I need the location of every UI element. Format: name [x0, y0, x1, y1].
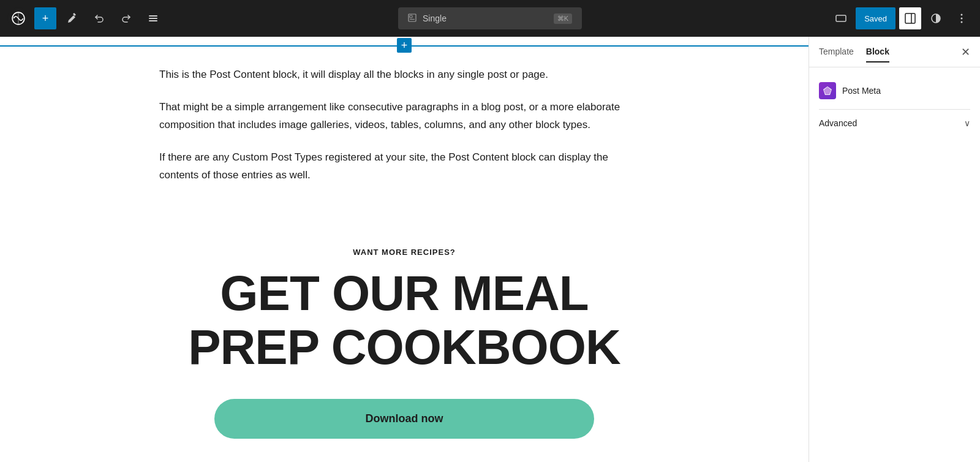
toolbar-right: Saved [830, 7, 973, 29]
sidebar-tabs: Template Block ✕ [809, 37, 980, 67]
list-view-button[interactable] [142, 7, 164, 29]
wp-logo [7, 7, 29, 29]
post-content-para3: If there are any Custom Post Types regis… [159, 149, 649, 184]
block-inserter-line: + [0, 37, 809, 54]
advanced-section: Advanced ∨ [819, 109, 970, 137]
template-icon [408, 13, 417, 24]
svg-rect-5 [410, 15, 412, 18]
post-meta-icon [819, 82, 836, 99]
right-sidebar: Template Block ✕ Post Meta Advanced ∨ [809, 37, 980, 462]
post-meta-label: Post Meta [842, 86, 881, 96]
edit-mode-button[interactable] [61, 7, 83, 29]
advanced-section-title: Advanced [819, 118, 857, 128]
redo-button[interactable] [115, 7, 137, 29]
svg-rect-8 [905, 13, 915, 23]
search-bar[interactable]: Single ⌘K [398, 7, 582, 29]
more-options-button[interactable] [951, 7, 973, 29]
sidebar-content: Post Meta Advanced ∨ [809, 67, 980, 462]
sidebar-close-button[interactable]: ✕ [961, 45, 970, 59]
block-inserter-button[interactable]: + [397, 38, 412, 53]
tab-block[interactable]: Block [866, 42, 889, 62]
svg-rect-2 [149, 18, 157, 19]
advanced-chevron-icon: ∨ [964, 118, 970, 128]
svg-point-12 [961, 18, 963, 20]
saved-button[interactable]: Saved [856, 7, 895, 29]
sidebar-toggle-button[interactable] [899, 7, 921, 29]
cta-section: WANT MORE RECIPES? GET OUR MEAL PREP COO… [110, 223, 698, 462]
tab-template[interactable]: Template [819, 42, 854, 62]
svg-rect-7 [836, 15, 846, 21]
post-meta-row: Post Meta [819, 77, 970, 104]
undo-button[interactable] [88, 7, 110, 29]
svg-point-13 [961, 21, 963, 23]
contrast-button[interactable] [925, 7, 947, 29]
svg-point-11 [961, 14, 963, 16]
post-content-para1: This is the Post Content block, it will … [159, 66, 649, 84]
post-content-block: This is the Post Content block, it will … [110, 54, 698, 223]
search-bar-text: Single [423, 13, 447, 23]
advanced-section-header[interactable]: Advanced ∨ [819, 110, 970, 137]
svg-rect-1 [149, 15, 157, 17]
search-shortcut: ⌘K [554, 13, 572, 24]
download-button[interactable]: Download now [214, 399, 594, 439]
main-area: + This is the Post Content block, it wil… [0, 37, 980, 462]
canvas-area: + This is the Post Content block, it wil… [0, 37, 809, 462]
cta-subtitle: WANT MORE RECIPES? [159, 248, 649, 257]
view-button[interactable] [830, 7, 852, 29]
add-block-button[interactable]: + [34, 7, 56, 29]
svg-rect-6 [410, 19, 415, 20]
svg-rect-3 [149, 20, 157, 21]
search-bar-container: Single ⌘K [398, 7, 582, 29]
cta-title: GET OUR MEAL PREP COOKBOOK [159, 267, 649, 374]
post-content-para2: That might be a simple arrangement like … [159, 99, 649, 134]
top-toolbar: + Single ⌘K Saved [0, 0, 980, 37]
